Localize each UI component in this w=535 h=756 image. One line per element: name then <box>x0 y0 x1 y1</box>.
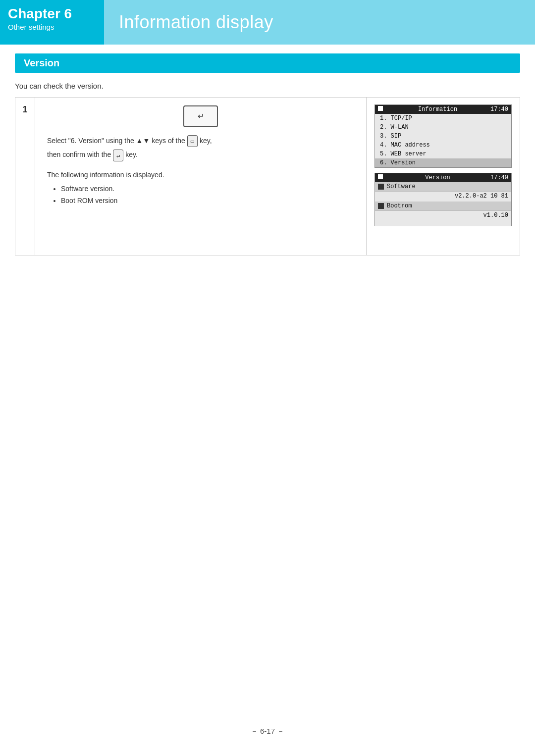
bootrom-label: Bootrom <box>387 202 412 209</box>
version-section-bar: Version <box>15 53 520 73</box>
lcd-menu-item-2: 2. W-LAN <box>375 123 511 132</box>
lcd-screen2-title: Version <box>425 174 450 181</box>
enter-icon: ↵ <box>198 109 204 123</box>
lcd-screen1-time: 17:40 <box>490 106 508 113</box>
step-content: ↵ Select "6. Version" using the ▲▼ keys … <box>35 98 366 255</box>
bullet-list: Software version. Boot ROM version <box>61 183 354 207</box>
chapter-label-area: Chapter 6 Other settings <box>0 0 104 45</box>
chapter-title: Chapter 6 <box>8 6 96 22</box>
page-footer: － 6-17 － <box>0 727 535 736</box>
lcd-menu-item-3: 3. SIP <box>375 132 511 141</box>
main-content: You can check the version. 1 ↵ Select "6… <box>15 82 520 265</box>
chapter-subtitle: Other settings <box>8 23 96 31</box>
lcd-menu-item-6: 6. Version <box>375 158 511 167</box>
key-enter-icon: ↵ <box>113 150 123 161</box>
bootrom-version-value: v1.0.10 <box>375 211 511 221</box>
device-icon: ↵ <box>183 105 218 127</box>
lcd-title-bar-2: Version 17:40 <box>375 173 511 182</box>
instruction-text-2: then confirm with the ↵ key. <box>47 149 354 161</box>
lcd-screen1-title: Information <box>418 106 457 113</box>
info-header: The following information is displayed. <box>47 169 354 181</box>
page-title-area: Information display <box>104 0 535 45</box>
screen-area: Information 17:40 1. TCP/IP 2. W-LAN 3. … <box>366 98 520 255</box>
lcd-software-row: Software <box>375 182 511 192</box>
list-item: Boot ROM version <box>61 195 354 207</box>
software-version-value: v2.2.0-a2 10 81 <box>375 192 511 202</box>
page-header: Chapter 6 Other settings Information dis… <box>0 0 535 45</box>
lcd-menu-item-1: 1. TCP/IP <box>375 114 511 123</box>
lcd-version-icon <box>378 174 383 179</box>
lcd-screen-1: Information 17:40 1. TCP/IP 2. W-LAN 3. … <box>374 104 512 168</box>
list-item: Software version. <box>61 183 354 195</box>
software-row-icon <box>378 184 384 190</box>
bootrom-row-icon <box>378 203 384 209</box>
page-number: － 6-17 － <box>251 727 284 735</box>
lcd-title-bar-1: Information 17:40 <box>375 105 511 114</box>
intro-text: You can check the version. <box>15 82 520 90</box>
lcd-bootrom-row: Bootrom <box>375 202 511 211</box>
lcd-screen2-time: 17:40 <box>490 174 508 181</box>
lcd-title-icon <box>378 106 383 111</box>
lcd-menu-item-5: 5. WEB server <box>375 150 511 158</box>
device-icon-container: ↵ <box>47 105 354 127</box>
lcd-screen-2: Version 17:40 Software v2.2.0-a2 10 81 B… <box>374 173 512 226</box>
step-block: 1 ↵ Select "6. Version" using the ▲▼ key… <box>15 97 520 255</box>
key-device-icon: ▭ <box>187 135 198 147</box>
step-instruction: Select "6. Version" using the ▲▼ keys of… <box>47 135 354 161</box>
step-number: 1 <box>15 98 35 255</box>
info-list: The following information is displayed. … <box>47 169 354 206</box>
software-label: Software <box>387 183 416 190</box>
page-title: Information display <box>119 12 273 33</box>
lcd-menu-item-4: 4. MAC address <box>375 141 511 150</box>
version-section-label: Version <box>24 57 59 68</box>
instruction-text-1: Select "6. Version" using the ▲▼ keys of… <box>47 135 354 147</box>
